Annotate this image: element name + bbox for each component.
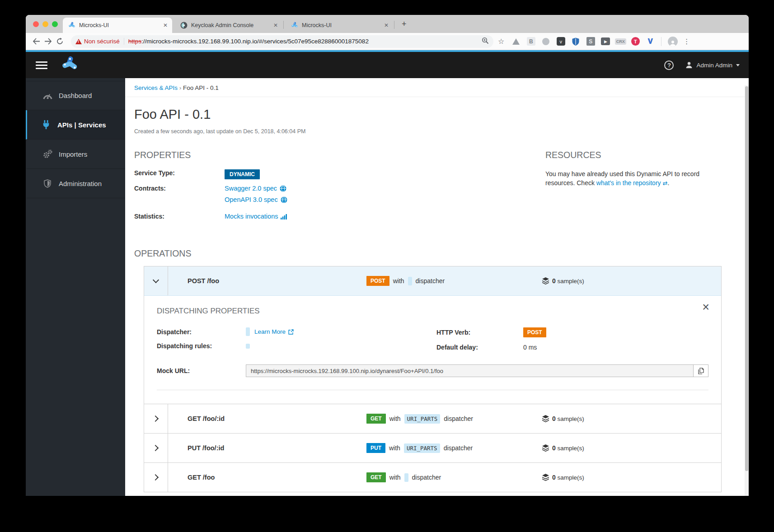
mock-url-input[interactable] (246, 364, 693, 377)
sidebar-item-importers[interactable]: Importers (26, 140, 125, 169)
tab-microcks-2[interactable]: Microcks-UI ✕ (286, 18, 393, 33)
bar-chart-icon (281, 214, 287, 219)
forward-icon[interactable] (42, 36, 54, 47)
operation-name: POST /foo (168, 277, 366, 285)
operation-row-put-foo-id[interactable]: PUT /foo/:id PUT with URI_PARTS dispatch… (144, 433, 721, 462)
with-label: with (393, 277, 404, 285)
warning-icon (75, 39, 82, 44)
close-icon[interactable]: × (702, 301, 709, 313)
operation-row-get-foo[interactable]: GET /foo GET with dispatcher 0 sample(s) (144, 462, 721, 492)
samples-count: 0 (552, 474, 556, 481)
hamburger-menu-icon[interactable] (36, 60, 47, 71)
contracts-label: Contracts: (134, 185, 225, 192)
user-name: Admin Admin (696, 62, 732, 69)
microcks-favicon-icon (291, 22, 298, 29)
page-scrollbar-track[interactable] (745, 85, 749, 496)
globe-icon (280, 185, 286, 192)
tab-microcks-1[interactable]: Microcks-UI ✕ (63, 18, 172, 33)
copy-button[interactable] (693, 364, 708, 377)
plug-icon (41, 120, 51, 129)
drive-extension-icon[interactable] (511, 37, 521, 46)
reload-icon[interactable] (54, 36, 66, 47)
vimium-extension-icon[interactable]: V (646, 37, 655, 46)
fullscreen-window-button[interactable] (52, 21, 58, 27)
sidebar: Dashboard APIs | Services Importers (26, 78, 125, 496)
operation-row-get-foo-id[interactable]: GET /foo/:id GET with URI_PARTS dispatch… (144, 404, 721, 433)
collapse-chevron-icon[interactable] (144, 266, 168, 295)
help-icon[interactable]: ? (664, 61, 674, 70)
address-bar[interactable]: Non sécurisé https://microcks-microcks.1… (71, 35, 493, 48)
back-icon[interactable] (30, 36, 42, 47)
samples-label: sample(s) (558, 445, 584, 452)
empty-rule-badge (408, 277, 412, 285)
profile-avatar[interactable] (668, 37, 678, 47)
security-label: Non sécurisé (84, 38, 120, 45)
with-label: with (389, 415, 401, 422)
page-scrollbar-thumb[interactable] (745, 86, 748, 471)
openapi-spec-link[interactable]: OpenAPI 3.0 spec (225, 196, 287, 203)
breadcrumb-services-link[interactable]: Services & APIs (134, 84, 178, 91)
microcks-logo-icon[interactable] (61, 56, 78, 75)
chrome-menu-icon[interactable]: ⋮ (683, 40, 690, 42)
app-root: ? Admin Admin Dashboard (26, 50, 749, 496)
tab-close-icon[interactable]: ✕ (163, 22, 168, 28)
minimize-window-button[interactable] (42, 21, 48, 27)
dispatcher-label: dispatcher (444, 444, 473, 452)
operation-name: GET /foo (168, 474, 366, 481)
operation-dispatch-info: PUT with URI_PARTS dispatcher (366, 443, 542, 453)
red-extension-icon[interactable]: T (631, 37, 640, 46)
breadcrumb: Services & APIs › Foo API - 0.1 (125, 78, 749, 97)
crx-extension-icon[interactable]: CRX (616, 37, 625, 46)
mocks-invocations-label: Mocks invocations (225, 213, 278, 220)
http-verb-label: HTTP Verb: (436, 329, 523, 336)
url-scheme: https (128, 38, 141, 45)
sidebar-item-administration[interactable]: Administration (26, 169, 125, 198)
dispatching-properties-panel: × DISPATCHING PROPERTIES Dispatcher: Lea… (144, 296, 721, 404)
url-rest: ://microcks-microcks.192.168.99.100.nip.… (141, 38, 369, 45)
learn-more-link[interactable]: Learn More (254, 328, 294, 335)
mocks-invocations-link[interactable]: Mocks invocations (225, 213, 287, 220)
operation-row-post-foo[interactable]: POST /foo POST with dispatcher 0 sample(… (144, 266, 721, 296)
security-chip[interactable]: Non sécurisé (75, 38, 124, 45)
circle-extension-icon[interactable] (541, 37, 550, 46)
expand-chevron-icon[interactable] (144, 434, 168, 462)
microcks-favicon-icon (68, 22, 75, 29)
new-tab-button[interactable]: + (402, 19, 407, 29)
expand-chevron-icon[interactable] (144, 463, 168, 492)
pocket-extension-icon[interactable]: v (556, 37, 565, 46)
url-text[interactable]: https://microcks-microcks.192.168.99.100… (128, 38, 479, 45)
dispatching-rules-label: Dispatching rules: (157, 342, 246, 350)
with-label: with (389, 474, 401, 481)
user-menu[interactable]: Admin Admin (685, 61, 740, 69)
samples-label: sample(s) (558, 278, 584, 285)
sidebar-item-label: APIs | Services (57, 121, 106, 129)
b-extension-icon[interactable]: B (526, 37, 535, 46)
screenshot-stage: Microcks-UI ✕ Keycloak Admin Console ✕ M… (0, 0, 774, 532)
layers-icon (542, 277, 549, 285)
layers-icon (542, 474, 549, 481)
tab-keycloak[interactable]: Keycloak Admin Console ✕ (175, 18, 282, 33)
dispatcher-label: dispatcher (444, 415, 473, 422)
shield-extension-icon[interactable] (571, 37, 580, 46)
repository-link[interactable]: what's in the repository (596, 179, 661, 187)
s-extension-icon[interactable]: S (586, 37, 595, 46)
samples-info: 0 sample(s) (542, 474, 721, 481)
sidebar-item-dashboard[interactable]: Dashboard (26, 81, 125, 110)
expand-chevron-icon[interactable] (144, 404, 168, 433)
sidebar-item-apis-services[interactable]: APIs | Services (26, 110, 125, 140)
layers-icon (542, 415, 549, 422)
extensions-row: B v S ▶ CRX T V (511, 37, 655, 46)
tab-title: Microcks-UI (79, 22, 159, 28)
screen-recorder-extension-icon[interactable]: ▶ (601, 37, 610, 46)
tab-close-icon[interactable]: ✕ (384, 22, 389, 28)
zoom-icon[interactable] (482, 37, 489, 46)
close-window-button[interactable] (33, 21, 39, 27)
bookmark-star-icon[interactable]: ☆ (498, 37, 504, 46)
tab-close-icon[interactable]: ✕ (273, 22, 278, 28)
copy-icon (698, 368, 704, 374)
user-icon (685, 61, 693, 69)
swagger-spec-link[interactable]: Swagger 2.0 spec (225, 185, 287, 192)
resources-section: RESOURCES You may have already used this… (545, 150, 728, 229)
tab-title: Microcks-UI (302, 22, 380, 28)
tab-title: Keycloak Admin Console (191, 22, 270, 28)
